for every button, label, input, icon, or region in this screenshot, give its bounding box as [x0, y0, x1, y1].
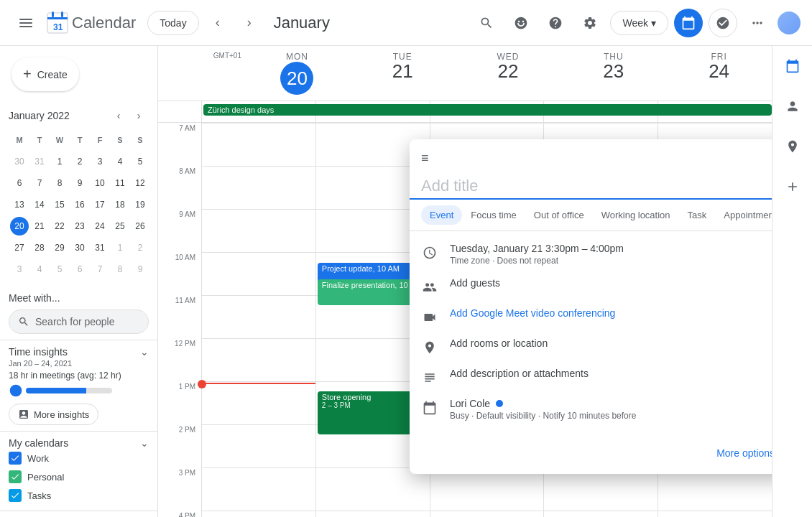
- menu-button[interactable]: [11, 9, 40, 37]
- mini-cal-day[interactable]: 3: [91, 152, 109, 172]
- all-day-event[interactable]: Zürich design days: [203, 104, 772, 116]
- next-button[interactable]: ›: [236, 10, 262, 36]
- settings-button[interactable]: [576, 9, 604, 37]
- mini-cal-day[interactable]: 24: [91, 216, 109, 236]
- more-insights-button[interactable]: More insights: [9, 404, 98, 425]
- modal-tab-focus-time[interactable]: Focus time: [462, 205, 525, 225]
- calendar-item-tasks[interactable]: Tasks: [9, 486, 149, 505]
- mini-cal-day[interactable]: 31: [30, 152, 49, 172]
- modal-tab-event[interactable]: Event: [421, 205, 462, 225]
- modal-tab-working-location[interactable]: Working location: [593, 205, 679, 225]
- user-avatar[interactable]: [778, 11, 801, 34]
- mini-cal-day[interactable]: 10: [91, 173, 109, 193]
- modal-location-row[interactable]: Add rooms or location: [410, 332, 772, 362]
- mini-cal-day[interactable]: 9: [70, 173, 89, 193]
- mini-cal-day[interactable]: 23: [70, 216, 89, 236]
- all-day-cell-0[interactable]: Zürich design days: [201, 101, 315, 122]
- event-datetime[interactable]: Tuesday, January 21 3:30pm – 4:00pm: [450, 243, 772, 254]
- modal-drag-handle[interactable]: ≡: [421, 151, 429, 166]
- mini-cal-day[interactable]: 6: [10, 173, 29, 193]
- mini-cal-day[interactable]: 15: [50, 195, 69, 215]
- modal-tab-task[interactable]: Task: [679, 205, 716, 225]
- search-people-input[interactable]: Search for people: [9, 309, 149, 334]
- mini-cal-day[interactable]: 30: [10, 152, 29, 172]
- prev-button[interactable]: ‹: [205, 10, 231, 36]
- help-button[interactable]: [541, 9, 570, 37]
- modal-tab-appointment-schedule[interactable]: Appointment schedule: [715, 205, 772, 225]
- mini-cal-day[interactable]: 28: [30, 238, 49, 258]
- event-title-input[interactable]: [410, 171, 772, 200]
- mini-cal-day[interactable]: 14: [30, 195, 49, 215]
- mini-next-button[interactable]: ›: [129, 106, 149, 126]
- day-column-0[interactable]: [201, 123, 315, 517]
- mini-cal-day[interactable]: 2: [131, 238, 149, 258]
- modal-location-content[interactable]: Add rooms or location: [450, 337, 772, 349]
- mini-cal-day[interactable]: 2: [70, 152, 89, 172]
- right-sidebar-people-icon[interactable]: [778, 92, 807, 121]
- mini-cal-day[interactable]: 8: [111, 259, 129, 279]
- mini-cal-day[interactable]: 16: [70, 195, 89, 215]
- mini-cal-day[interactable]: 29: [50, 238, 69, 258]
- day-header-23[interactable]: THU 23: [560, 46, 666, 101]
- calendar-item-work[interactable]: Work: [9, 449, 149, 467]
- mini-cal-day[interactable]: 17: [91, 195, 109, 215]
- mini-cal-day[interactable]: 4: [30, 259, 49, 279]
- mini-cal-day[interactable]: 5: [131, 152, 149, 172]
- mini-cal-day[interactable]: 3: [10, 259, 29, 279]
- create-button[interactable]: + Create: [11, 57, 79, 91]
- right-sidebar-add-icon[interactable]: [778, 172, 807, 201]
- mini-cal-day[interactable]: 9: [131, 259, 149, 279]
- search-button[interactable]: [472, 9, 501, 37]
- mini-cal-day[interactable]: 31: [91, 238, 109, 258]
- mini-cal-day[interactable]: 7: [30, 173, 49, 193]
- day-header-21[interactable]: TUE 21: [350, 46, 456, 101]
- modal-guests-row[interactable]: Add guests: [410, 271, 772, 302]
- mini-cal-day[interactable]: 8: [50, 173, 69, 193]
- more-options-button[interactable]: More options: [708, 442, 772, 465]
- mini-cal-day[interactable]: 4: [111, 152, 129, 172]
- mini-cal-day[interactable]: 1: [50, 152, 69, 172]
- calendar-view-button[interactable]: [674, 9, 703, 37]
- modal-description-content[interactable]: Add description or attachments: [450, 368, 772, 379]
- insights-toggle[interactable]: ⌄: [140, 346, 149, 358]
- mini-cal-day[interactable]: 25: [111, 216, 129, 236]
- mini-cal-day[interactable]: 22: [50, 216, 69, 236]
- mini-cal-day[interactable]: 27: [10, 238, 29, 258]
- modal-description-row[interactable]: Add description or attachments: [410, 362, 772, 392]
- view-selector[interactable]: Week ▾: [610, 11, 668, 35]
- calendar-checkbox[interactable]: [9, 489, 22, 502]
- tasks-button[interactable]: [709, 9, 737, 37]
- mini-cal-day[interactable]: 30: [70, 238, 89, 258]
- modal-tab-out-of-office[interactable]: Out of office: [525, 205, 593, 225]
- modal-guests-content[interactable]: Add guests: [450, 277, 772, 289]
- mini-cal-day[interactable]: 7: [91, 259, 109, 279]
- day-header-20[interactable]: MON 20: [244, 46, 350, 101]
- mini-cal-day[interactable]: 6: [70, 259, 89, 279]
- emoji-button[interactable]: [507, 9, 535, 37]
- mini-cal-day[interactable]: 5: [50, 259, 69, 279]
- calendar-checkbox[interactable]: [9, 470, 22, 483]
- today-button[interactable]: Today: [147, 11, 198, 35]
- modal-meet-content[interactable]: Add Google Meet video conferencing: [450, 307, 772, 319]
- calendar-item-personal[interactable]: Personal: [9, 467, 149, 486]
- event-create-modal[interactable]: ≡ ✕ EventFocus timeOut of officeWorking …: [410, 139, 772, 474]
- mini-cal-day[interactable]: 11: [111, 173, 129, 193]
- mini-prev-button[interactable]: ‹: [109, 106, 129, 126]
- mini-cal-day[interactable]: 13: [10, 195, 29, 215]
- calendar-checkbox[interactable]: [9, 452, 22, 465]
- day-header-22[interactable]: WED 22: [456, 46, 561, 101]
- my-calendars-header[interactable]: My calendars ⌄: [9, 437, 149, 449]
- mini-cal-day[interactable]: 20: [10, 216, 29, 236]
- right-sidebar-maps-icon[interactable]: [778, 132, 807, 161]
- mini-cal-day[interactable]: 18: [111, 195, 129, 215]
- mini-cal-day[interactable]: 21: [30, 216, 49, 236]
- mini-cal-day[interactable]: 19: [131, 195, 149, 215]
- apps-button[interactable]: [743, 9, 772, 37]
- mini-cal-day[interactable]: 12: [131, 173, 149, 193]
- day-header-24[interactable]: FRI 24: [666, 46, 772, 101]
- my-calendars-toggle[interactable]: ⌄: [140, 437, 149, 449]
- mini-cal-day[interactable]: 26: [131, 216, 149, 236]
- modal-meet-row[interactable]: Add Google Meet video conferencing: [410, 302, 772, 332]
- right-sidebar-calendar-icon[interactable]: [778, 52, 807, 80]
- mini-cal-day[interactable]: 1: [111, 238, 129, 258]
